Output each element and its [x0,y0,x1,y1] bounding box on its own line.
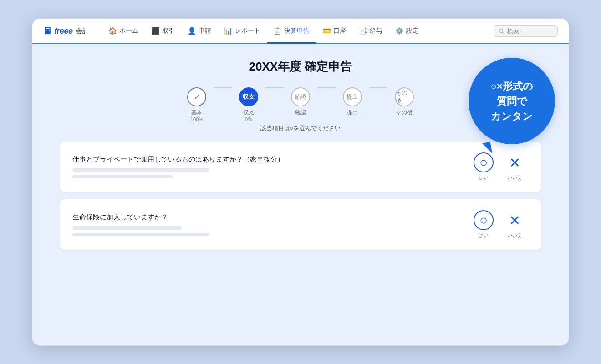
question-card-2: 生命保険に加入していますか？ ○ はい ✕ いいえ [60,199,541,250]
question-left-1: 仕事とプライベートで兼用しているものはありますか？（家事按分） [72,155,469,178]
nav-item-tax[interactable]: 📋 決算申告 [267,20,316,44]
question-card-1: 仕事とプライベートで兼用しているものはありますか？（家事按分） ○ はい ✕ い… [60,142,541,192]
nav-label-account: 口座 [333,27,346,35]
transactions-icon: ⬛ [151,27,160,35]
step-label-basic: 基本 [191,109,202,116]
applications-icon: 👤 [188,27,196,35]
question-actions-1: ○ はい ✕ いいえ [469,152,529,181]
nav-item-account[interactable]: 💳 口座 [316,20,352,44]
page-title: 20XX年度 確定申告 [60,59,541,75]
svg-point-0 [499,29,503,32]
nav-label-transactions: 取引 [162,27,175,35]
no-x-1: ✕ [504,152,525,172]
line-1-2 [214,87,232,88]
step-circle-submit: 提出 [343,87,362,106]
yes-label-1: はい [479,174,489,181]
step-label-confirm-text: 確認 [295,109,306,116]
callout-line1: ○×形式の [490,79,533,94]
search-icon [499,28,504,34]
yes-button-2[interactable]: ○ はい [474,210,494,239]
step-label-after-circle: その後 [396,89,413,105]
q-line-1b [72,175,173,178]
question-title-1: 仕事とプライベートで兼用しているものはありますか？（家事按分） [72,155,455,164]
q-line-2b [72,233,209,236]
question-lines-1 [72,168,455,178]
step-label-submit-circle: 提出 [346,93,358,101]
line-4-5 [369,87,387,88]
question-lines-2 [72,226,455,236]
logo[interactable]: 🖩 freee 会計 [43,26,89,36]
nav-item-salary[interactable]: 📑 給与 [352,20,389,44]
nav-item-transactions[interactable]: ⬛ 取引 [145,20,181,44]
step-after[interactable]: その後 その後 [395,87,414,116]
nav-items: 🏠 ホーム ⬛ 取引 👤 申請 📊 レポート 📋 決算申告 💳 口座 [102,20,494,43]
step-label-confirm-circle: 確認 [295,93,306,101]
no-button-1[interactable]: ✕ いいえ [504,152,525,181]
q-line-1a [72,168,209,172]
nav-item-reports[interactable]: 📊 レポート [218,20,267,44]
nav-bar: 🖩 freee 会計 🏠 ホーム ⬛ 取引 👤 申請 📊 レポート 📋 [32,19,569,44]
yes-circle-1: ○ [474,152,494,172]
nav-label-tax: 決算申告 [284,27,310,35]
q-line-2a [72,226,182,230]
tax-icon: 📋 [273,27,282,35]
step-circle-basic: ✓ [187,87,206,106]
step-label-income-circle: 収支 [243,93,255,101]
step-label-income-text: 収支 [243,109,254,116]
main-content: 20XX年度 確定申告 ✓ 基本 100% 収支 [32,44,569,345]
step-confirm[interactable]: 確認 確認 [291,87,310,116]
no-button-2[interactable]: ✕ いいえ [504,210,525,239]
nav-label-reports: レポート [235,27,260,35]
search-box[interactable] [494,25,558,37]
instruction-text: 該当項目は○を選んでください [60,125,541,132]
no-label-2: いいえ [507,232,522,239]
step-pct-basic: 100% [190,116,203,122]
reports-icon: 📊 [224,27,233,35]
home-icon: 🏠 [108,27,117,35]
logo-brand: freee [54,26,73,36]
no-label-1: いいえ [507,174,522,181]
browser-window: 🖩 freee 会計 🏠 ホーム ⬛ 取引 👤 申請 📊 レポート 📋 [32,18,569,346]
step-pct-income: 0% [245,116,252,122]
step-circle-income: 収支 [239,87,258,106]
nav-label-settings: 設定 [406,27,419,35]
nav-label-home: ホーム [119,27,138,35]
yes-label-2: はい [479,232,489,239]
step-circle-confirm: 確認 [291,87,310,106]
callout-bubble: ○×形式の 質問で カンタン [469,58,555,144]
logo-suffix: 会計 [76,27,89,35]
yes-button-1[interactable]: ○ はい [474,152,494,181]
callout-line3: カンタン [491,109,533,124]
step-circle-after: その後 [395,87,414,106]
search-input[interactable] [507,28,553,35]
step-submit[interactable]: 提出 提出 [343,87,362,116]
step-label-after-text: その後 [396,109,413,116]
step-label-submit-text: 提出 [347,109,358,116]
salary-icon: 📑 [359,27,367,35]
logo-icon: 🖩 [43,26,52,36]
step-basic[interactable]: ✓ 基本 100% [187,87,206,122]
nav-item-settings[interactable]: ⚙️ 設定 [389,20,425,44]
yes-circle-2: ○ [474,210,494,230]
question-actions-2: ○ はい ✕ いいえ [469,210,529,239]
line-3-4 [317,87,336,88]
settings-icon: ⚙️ [395,27,404,35]
step-income[interactable]: 収支 収支 0% [239,87,258,122]
nav-label-salary: 給与 [370,27,382,35]
svg-line-1 [502,32,504,34]
nav-item-applications[interactable]: 👤 申請 [181,20,218,44]
line-2-3 [265,87,284,88]
no-x-2: ✕ [504,210,525,230]
account-icon: 💳 [322,27,331,35]
question-left-2: 生命保険に加入していますか？ [72,213,469,236]
nav-item-home[interactable]: 🏠 ホーム [102,20,145,44]
nav-label-applications: 申請 [199,27,211,35]
callout-line2: 質問で [497,94,527,109]
question-title-2: 生命保険に加入していますか？ [72,213,455,222]
